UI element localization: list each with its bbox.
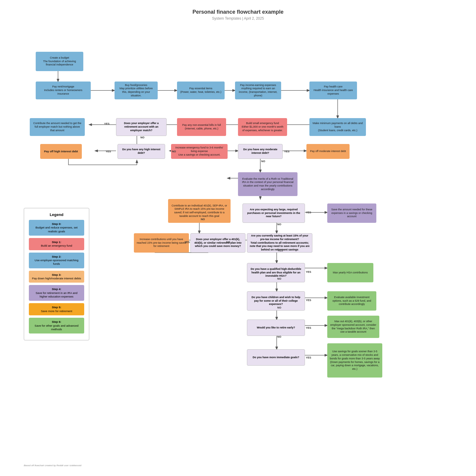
pay-essential-node: Pay essential items (Power, water, heat,… bbox=[177, 82, 225, 99]
save-for-expenses-node: Save the amount needed for these expense… bbox=[327, 203, 376, 223]
label-no-high: NO bbox=[172, 150, 176, 153]
flowchart-container: Create a budget The foundation of achiev… bbox=[6, 26, 470, 473]
create-budget-node: Create a budget The foundation of achiev… bbox=[36, 52, 83, 71]
legend-box: Legend Step 0:Budget and reduce expenses… bbox=[24, 208, 89, 340]
employer-offer-node: Does your employer offer a retirement ac… bbox=[116, 118, 167, 136]
label-no-moderate: NO bbox=[261, 160, 265, 163]
label-no-saving15: NO bbox=[226, 241, 230, 244]
label-yes-large: YES bbox=[306, 211, 311, 214]
label-yes-hsa: YES bbox=[306, 270, 311, 273]
legend-step6: Step 6:Save for other goals and advanced… bbox=[29, 318, 84, 333]
legend-step4: Step 4:Save for retirement in an IRA and… bbox=[29, 285, 84, 301]
max-hsa-node: Max yearly HSA contributions bbox=[327, 263, 373, 282]
label-no-hsa: NO bbox=[277, 277, 281, 280]
children-q-node: Do you have children and wish to help pa… bbox=[247, 291, 305, 311]
high-interest-q-node: Do you have any high interest debt? bbox=[118, 144, 165, 159]
label-yes-immediate: YES bbox=[306, 356, 311, 359]
label-yes-saving15: YES bbox=[278, 249, 283, 252]
label-no-retire: NO bbox=[277, 335, 281, 338]
legend-title: Legend bbox=[29, 212, 84, 217]
legend-step3: Step 3:Pay down high/moderate interest d… bbox=[29, 271, 84, 283]
max-401k-node: Max out 401(k), 403(b), or other employe… bbox=[327, 316, 379, 338]
page-subtitle: System Templates | April 2, 2025 bbox=[0, 16, 476, 21]
roth-ira-node: Evaluate the merits of a Roth vs Traditi… bbox=[238, 172, 298, 196]
label-yes-high: YES bbox=[106, 150, 111, 153]
label-yes-moderate: YES bbox=[284, 150, 289, 153]
pay-moderate-node: Pay off moderate interest debt bbox=[306, 144, 350, 159]
529-fund-node: Evaluate available investment options, s… bbox=[327, 291, 376, 311]
hsa-q-node: Do you have a qualified high-deductible … bbox=[247, 263, 305, 282]
page-title: Personal finance flowchart example bbox=[0, 0, 476, 15]
pay-non-essential-node: Pay any non-essential bills in full (Int… bbox=[177, 118, 226, 136]
label-yes-employer: YES bbox=[104, 122, 109, 125]
pay-income-node: Pay income-earning expenses Anything req… bbox=[235, 82, 281, 99]
increase-contributions-node: Increase contributions until you have re… bbox=[134, 233, 189, 253]
label-no-children: NO bbox=[277, 306, 281, 309]
buy-food-node: Buy food/groceries May prioritize utilit… bbox=[115, 82, 158, 99]
label-no-employer: NO bbox=[140, 136, 145, 139]
immediate-goals-q-node: Do you have more immediate goals? bbox=[247, 349, 305, 366]
large-purchases-q-node: Are you expecting any large, required pu… bbox=[242, 203, 305, 223]
min-payments-node: Make minimum payments on all debts and l… bbox=[309, 118, 366, 136]
pay-high-interest-node: Pay off high interest debt bbox=[40, 144, 82, 159]
footer-text: Based off flowchart created by Reddit us… bbox=[24, 464, 81, 467]
pay-health-node: Pay health care Health insurance and hea… bbox=[309, 82, 357, 99]
increase-emergency-node: Increase emergency fund to 3-6 months' l… bbox=[171, 144, 228, 159]
legend-step0: Step 0:Budget and reduce expenses, set r… bbox=[29, 220, 84, 236]
employer-401k-q-node: Does your employer offer a 401(k), 403(b… bbox=[190, 233, 245, 253]
legend-step2: Step 2:Use employer-sponsored matching f… bbox=[29, 253, 84, 268]
label-yes-retire: YES bbox=[306, 326, 311, 329]
moderate-interest-q-node: Do you have any moderate interest debt? bbox=[238, 144, 283, 159]
label-yes-children: YES bbox=[306, 299, 311, 302]
label-no-contribute: NO bbox=[201, 218, 205, 221]
legend-step1: Step 1:Build an emergency fund bbox=[29, 238, 84, 250]
retire-early-q-node: Would you like to retire early? bbox=[247, 320, 305, 336]
pay-rent-node: Pay rent/mortgage Includes renters or ho… bbox=[36, 82, 91, 99]
label-no-large: NO bbox=[277, 223, 281, 226]
build-emergency-node: Build small emergency fund Either $1,000… bbox=[238, 118, 287, 136]
contribute-employer-node: Contribute the amount needed to get the … bbox=[30, 118, 85, 136]
contribute-ira-node: Contribute to an Individual 401(k), SEP-… bbox=[168, 199, 231, 223]
legend-step5: Step 5:Save more for retirement bbox=[29, 303, 84, 315]
use-savings-node: Use savings for goals sooner than 3-5 ye… bbox=[327, 343, 382, 378]
label-yes-401k: YES bbox=[184, 241, 190, 244]
